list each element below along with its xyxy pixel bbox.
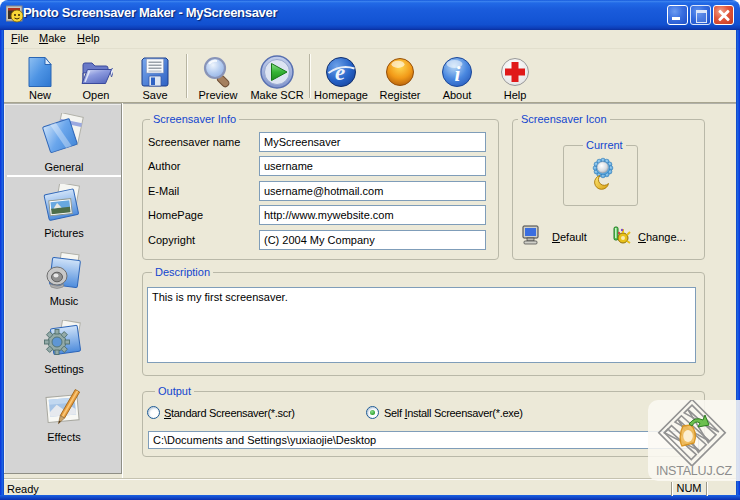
svg-text:i: i	[455, 62, 461, 86]
svg-text:e: e	[335, 60, 345, 85]
